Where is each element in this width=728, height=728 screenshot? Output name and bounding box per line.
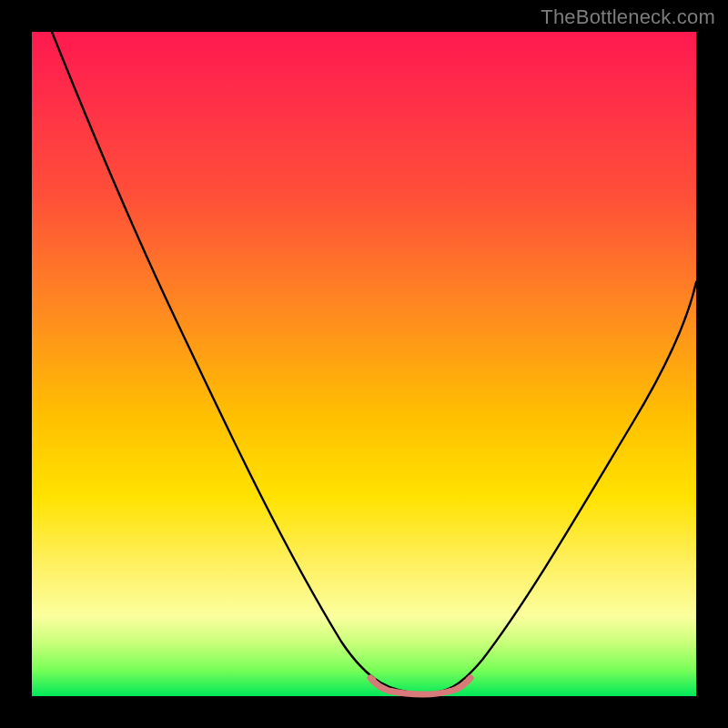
chart-overlay xyxy=(32,32,696,696)
trough-dot xyxy=(448,688,453,693)
trough-dot xyxy=(420,692,426,697)
trough-dot xyxy=(466,677,471,682)
trough-marker xyxy=(370,678,470,694)
watermark-text: TheBottleneck.com xyxy=(541,5,715,29)
chart-frame: TheBottleneck.com xyxy=(0,0,728,728)
trough-dot xyxy=(389,688,394,693)
bottleneck-curve xyxy=(52,32,696,693)
trough-dot xyxy=(370,677,376,682)
